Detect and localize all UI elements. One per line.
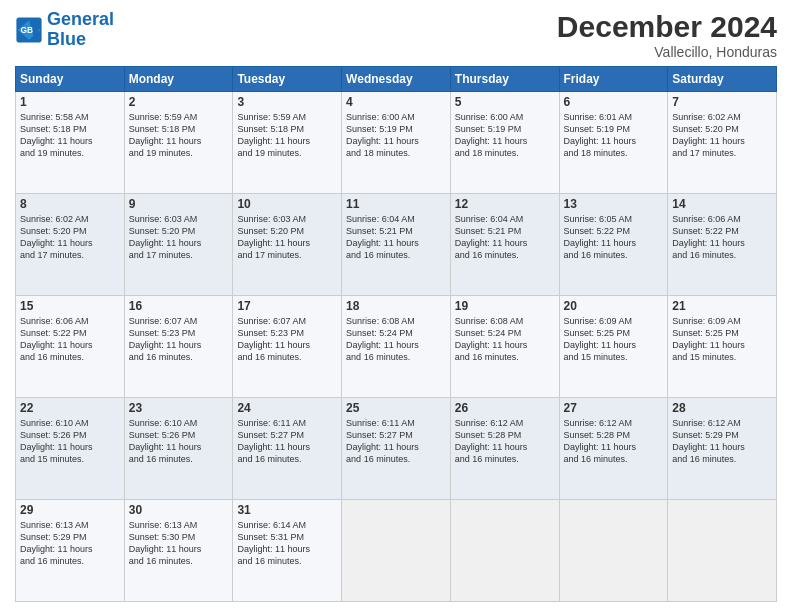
calendar-cell: 7Sunrise: 6:02 AM Sunset: 5:20 PM Daylig… (668, 92, 777, 194)
calendar-cell: 20Sunrise: 6:09 AM Sunset: 5:25 PM Dayli… (559, 296, 668, 398)
logo-icon: GB (15, 16, 43, 44)
calendar-cell: 23Sunrise: 6:10 AM Sunset: 5:26 PM Dayli… (124, 398, 233, 500)
calendar-cell: 25Sunrise: 6:11 AM Sunset: 5:27 PM Dayli… (342, 398, 451, 500)
day-info: Sunrise: 6:10 AM Sunset: 5:26 PM Dayligh… (129, 417, 229, 466)
logo-line2: Blue (47, 29, 86, 49)
day-info: Sunrise: 6:04 AM Sunset: 5:21 PM Dayligh… (455, 213, 555, 262)
day-number: 12 (455, 197, 555, 211)
day-info: Sunrise: 6:08 AM Sunset: 5:24 PM Dayligh… (346, 315, 446, 364)
calendar-cell: 19Sunrise: 6:08 AM Sunset: 5:24 PM Dayli… (450, 296, 559, 398)
day-number: 25 (346, 401, 446, 415)
day-number: 27 (564, 401, 664, 415)
calendar-cell: 27Sunrise: 6:12 AM Sunset: 5:28 PM Dayli… (559, 398, 668, 500)
day-number: 30 (129, 503, 229, 517)
day-number: 19 (455, 299, 555, 313)
calendar-week-row: 29Sunrise: 6:13 AM Sunset: 5:29 PM Dayli… (16, 500, 777, 602)
day-info: Sunrise: 5:59 AM Sunset: 5:18 PM Dayligh… (237, 111, 337, 160)
calendar-day-header: Wednesday (342, 67, 451, 92)
calendar-cell: 13Sunrise: 6:05 AM Sunset: 5:22 PM Dayli… (559, 194, 668, 296)
calendar-cell: 24Sunrise: 6:11 AM Sunset: 5:27 PM Dayli… (233, 398, 342, 500)
day-number: 5 (455, 95, 555, 109)
calendar-cell: 1Sunrise: 5:58 AM Sunset: 5:18 PM Daylig… (16, 92, 125, 194)
day-number: 21 (672, 299, 772, 313)
calendar-cell: 2Sunrise: 5:59 AM Sunset: 5:18 PM Daylig… (124, 92, 233, 194)
day-number: 8 (20, 197, 120, 211)
day-number: 16 (129, 299, 229, 313)
calendar-cell: 11Sunrise: 6:04 AM Sunset: 5:21 PM Dayli… (342, 194, 451, 296)
day-info: Sunrise: 6:12 AM Sunset: 5:28 PM Dayligh… (564, 417, 664, 466)
day-number: 11 (346, 197, 446, 211)
day-number: 22 (20, 401, 120, 415)
day-info: Sunrise: 6:02 AM Sunset: 5:20 PM Dayligh… (20, 213, 120, 262)
calendar-cell: 9Sunrise: 6:03 AM Sunset: 5:20 PM Daylig… (124, 194, 233, 296)
calendar-week-row: 22Sunrise: 6:10 AM Sunset: 5:26 PM Dayli… (16, 398, 777, 500)
day-info: Sunrise: 6:05 AM Sunset: 5:22 PM Dayligh… (564, 213, 664, 262)
day-info: Sunrise: 6:14 AM Sunset: 5:31 PM Dayligh… (237, 519, 337, 568)
day-number: 17 (237, 299, 337, 313)
day-info: Sunrise: 6:07 AM Sunset: 5:23 PM Dayligh… (237, 315, 337, 364)
subtitle: Vallecillo, Honduras (557, 44, 777, 60)
day-info: Sunrise: 6:06 AM Sunset: 5:22 PM Dayligh… (672, 213, 772, 262)
day-info: Sunrise: 6:06 AM Sunset: 5:22 PM Dayligh… (20, 315, 120, 364)
calendar-cell: 12Sunrise: 6:04 AM Sunset: 5:21 PM Dayli… (450, 194, 559, 296)
day-number: 3 (237, 95, 337, 109)
day-number: 1 (20, 95, 120, 109)
day-info: Sunrise: 5:59 AM Sunset: 5:18 PM Dayligh… (129, 111, 229, 160)
day-number: 15 (20, 299, 120, 313)
day-info: Sunrise: 6:12 AM Sunset: 5:29 PM Dayligh… (672, 417, 772, 466)
logo: GB General Blue (15, 10, 114, 50)
calendar-cell: 14Sunrise: 6:06 AM Sunset: 5:22 PM Dayli… (668, 194, 777, 296)
title-block: December 2024 Vallecillo, Honduras (557, 10, 777, 60)
day-number: 31 (237, 503, 337, 517)
calendar-cell: 29Sunrise: 6:13 AM Sunset: 5:29 PM Dayli… (16, 500, 125, 602)
calendar-cell: 30Sunrise: 6:13 AM Sunset: 5:30 PM Dayli… (124, 500, 233, 602)
calendar-week-row: 8Sunrise: 6:02 AM Sunset: 5:20 PM Daylig… (16, 194, 777, 296)
calendar-header-row: SundayMondayTuesdayWednesdayThursdayFrid… (16, 67, 777, 92)
page: GB General Blue December 2024 Vallecillo… (0, 0, 792, 612)
main-title: December 2024 (557, 10, 777, 44)
calendar-week-row: 1Sunrise: 5:58 AM Sunset: 5:18 PM Daylig… (16, 92, 777, 194)
calendar-cell: 31Sunrise: 6:14 AM Sunset: 5:31 PM Dayli… (233, 500, 342, 602)
day-info: Sunrise: 6:09 AM Sunset: 5:25 PM Dayligh… (672, 315, 772, 364)
day-number: 6 (564, 95, 664, 109)
day-info: Sunrise: 6:11 AM Sunset: 5:27 PM Dayligh… (346, 417, 446, 466)
day-number: 14 (672, 197, 772, 211)
calendar-day-header: Saturday (668, 67, 777, 92)
calendar-cell: 8Sunrise: 6:02 AM Sunset: 5:20 PM Daylig… (16, 194, 125, 296)
day-info: Sunrise: 6:03 AM Sunset: 5:20 PM Dayligh… (129, 213, 229, 262)
calendar-cell (668, 500, 777, 602)
calendar-cell: 10Sunrise: 6:03 AM Sunset: 5:20 PM Dayli… (233, 194, 342, 296)
calendar-cell: 16Sunrise: 6:07 AM Sunset: 5:23 PM Dayli… (124, 296, 233, 398)
calendar-day-header: Monday (124, 67, 233, 92)
day-info: Sunrise: 6:01 AM Sunset: 5:19 PM Dayligh… (564, 111, 664, 160)
logo-line1: General (47, 9, 114, 29)
header: GB General Blue December 2024 Vallecillo… (15, 10, 777, 60)
day-info: Sunrise: 6:11 AM Sunset: 5:27 PM Dayligh… (237, 417, 337, 466)
day-number: 28 (672, 401, 772, 415)
day-info: Sunrise: 6:00 AM Sunset: 5:19 PM Dayligh… (346, 111, 446, 160)
day-info: Sunrise: 6:07 AM Sunset: 5:23 PM Dayligh… (129, 315, 229, 364)
calendar-cell: 6Sunrise: 6:01 AM Sunset: 5:19 PM Daylig… (559, 92, 668, 194)
logo-text: General Blue (47, 10, 114, 50)
day-number: 13 (564, 197, 664, 211)
calendar-cell: 21Sunrise: 6:09 AM Sunset: 5:25 PM Dayli… (668, 296, 777, 398)
day-number: 2 (129, 95, 229, 109)
day-info: Sunrise: 6:08 AM Sunset: 5:24 PM Dayligh… (455, 315, 555, 364)
calendar-cell: 26Sunrise: 6:12 AM Sunset: 5:28 PM Dayli… (450, 398, 559, 500)
day-info: Sunrise: 5:58 AM Sunset: 5:18 PM Dayligh… (20, 111, 120, 160)
day-info: Sunrise: 6:04 AM Sunset: 5:21 PM Dayligh… (346, 213, 446, 262)
calendar-cell: 18Sunrise: 6:08 AM Sunset: 5:24 PM Dayli… (342, 296, 451, 398)
calendar-cell (342, 500, 451, 602)
day-number: 23 (129, 401, 229, 415)
day-info: Sunrise: 6:10 AM Sunset: 5:26 PM Dayligh… (20, 417, 120, 466)
day-info: Sunrise: 6:12 AM Sunset: 5:28 PM Dayligh… (455, 417, 555, 466)
day-info: Sunrise: 6:03 AM Sunset: 5:20 PM Dayligh… (237, 213, 337, 262)
day-number: 29 (20, 503, 120, 517)
calendar-cell: 15Sunrise: 6:06 AM Sunset: 5:22 PM Dayli… (16, 296, 125, 398)
calendar-cell: 5Sunrise: 6:00 AM Sunset: 5:19 PM Daylig… (450, 92, 559, 194)
day-number: 9 (129, 197, 229, 211)
calendar-cell (559, 500, 668, 602)
day-info: Sunrise: 6:13 AM Sunset: 5:29 PM Dayligh… (20, 519, 120, 568)
calendar-cell: 3Sunrise: 5:59 AM Sunset: 5:18 PM Daylig… (233, 92, 342, 194)
calendar-table: SundayMondayTuesdayWednesdayThursdayFrid… (15, 66, 777, 602)
